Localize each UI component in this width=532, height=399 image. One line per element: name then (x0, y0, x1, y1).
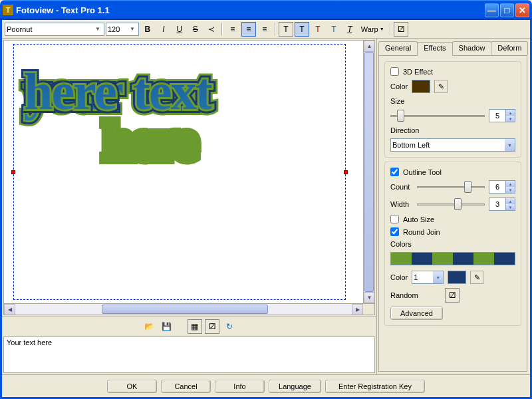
reset-button[interactable]: ↻ (222, 319, 237, 334)
window-title: Fotoview - Text Pro 1.1 (16, 5, 485, 15)
strikethrough-button[interactable]: S (188, 22, 203, 37)
text-color2-button[interactable]: T (327, 22, 341, 37)
3d-effect-section: 3D Effect Color✎ Size ▲▼ Direction Botto… (384, 61, 521, 158)
scroll-down-icon[interactable]: ▼ (364, 292, 374, 303)
random-button[interactable]: ⚂ (394, 22, 408, 37)
underline-button[interactable]: U (172, 22, 187, 37)
tab-deform[interactable]: Deform (491, 41, 528, 55)
horizontal-scrollbar[interactable]: ◀ ▶ (4, 304, 363, 315)
3d-color-swatch[interactable] (412, 80, 430, 93)
main-toolbar: ▼ ▼ B I U S ≺ ≡ ≡ ≡ T T T T T Warp▼ ⚂ (2, 20, 530, 39)
eyedropper-icon[interactable]: ✎ (434, 80, 448, 93)
align-left-button[interactable]: ≡ (225, 22, 240, 37)
scroll-left-icon[interactable]: ◀ (4, 304, 15, 315)
title-bar: T Fotoview - Text Pro 1.1 — □ ✕ (0, 0, 532, 20)
3d-effect-checkbox[interactable] (390, 67, 399, 76)
outline-checkbox[interactable] (390, 168, 399, 176)
dropdown-icon: ▼ (95, 26, 100, 32)
roundjoin-checkbox[interactable] (390, 227, 399, 236)
app-icon: T (3, 5, 13, 15)
3d-direction-select[interactable]: Bottom Left▼ (390, 138, 515, 152)
outline-color-swatch[interactable] (448, 271, 466, 284)
scroll-right-icon[interactable]: ▶ (352, 304, 363, 315)
text-input[interactable]: Your text here (3, 336, 375, 373)
3d-size-slider[interactable] (390, 109, 485, 122)
3d-effect-label: 3D Effect (403, 68, 433, 76)
vertical-scrollbar[interactable]: ▲ ▼ (363, 41, 374, 303)
scroll-up-icon[interactable]: ▲ (364, 41, 374, 52)
eyedropper-icon[interactable]: ✎ (470, 271, 483, 284)
language-button[interactable]: Language (269, 380, 321, 393)
font-family-select[interactable] (5, 23, 104, 36)
text-style-button[interactable]: T (342, 22, 357, 37)
tab-general[interactable]: General (378, 41, 418, 55)
properties-panel: General Effects Shadow Deform 3D Effect … (377, 39, 530, 374)
text-tool-1-button[interactable]: T (279, 22, 293, 37)
text-color-button[interactable]: T (311, 22, 325, 37)
save-button[interactable]: 💾 (160, 319, 174, 334)
minimize-button[interactable]: — (485, 3, 499, 17)
text-tool-2-button[interactable]: T (295, 22, 309, 37)
tab-shadow[interactable]: Shadow (452, 41, 492, 55)
cancel-button[interactable]: Cancel (161, 380, 211, 393)
outline-colors-bar[interactable] (390, 252, 515, 265)
randomize-button[interactable]: ⚂ (205, 319, 219, 334)
warp-menu[interactable]: Warp▼ (358, 22, 387, 37)
kerning-button[interactable]: ≺ (204, 22, 219, 37)
italic-button[interactable]: I (156, 22, 171, 37)
advanced-button[interactable]: Advanced (390, 307, 443, 320)
outline-count-slider[interactable] (417, 180, 485, 194)
outline-color-index[interactable]: 1▼ (412, 271, 444, 284)
info-button[interactable]: Info (215, 380, 265, 393)
outline-section: Outline Tool Count ▲▼ Width ▲▼ Auto Size… (384, 162, 521, 326)
maximize-button[interactable]: □ (500, 3, 514, 17)
resize-handle-right[interactable] (344, 170, 348, 174)
dropdown-icon: ▼ (130, 26, 135, 32)
3d-size-spinner[interactable]: ▲▼ (489, 109, 515, 122)
bold-button[interactable]: B (140, 22, 155, 37)
align-right-button[interactable]: ≡ (257, 22, 272, 37)
outline-count-spinner[interactable]: ▲▼ (489, 180, 515, 194)
open-button[interactable]: 📂 (142, 319, 157, 334)
outline-random-button[interactable]: ⚂ (445, 288, 460, 303)
ok-button[interactable]: OK (107, 380, 157, 393)
canvas[interactable]: your textyour textyour textyour text her… (3, 40, 375, 315)
outline-width-spinner[interactable]: ▲▼ (489, 198, 515, 211)
bottom-button-bar: OK Cancel Info Language Enter Registrati… (2, 374, 530, 397)
canvas-toolbar: 📂 💾 ▦ ⚂ ↻ (2, 317, 376, 335)
autosize-checkbox[interactable] (390, 215, 399, 223)
tab-effects[interactable]: Effects (417, 42, 452, 56)
outline-width-slider[interactable] (417, 198, 485, 211)
align-center-button[interactable]: ≡ (241, 22, 256, 37)
resize-handle-left[interactable] (11, 170, 15, 174)
close-button[interactable]: ✕ (515, 3, 529, 17)
register-button[interactable]: Enter Registration Key (325, 380, 425, 393)
text-art-preview: your textyour textyour textyour text her… (24, 67, 211, 166)
fit-button[interactable]: ▦ (188, 319, 202, 334)
